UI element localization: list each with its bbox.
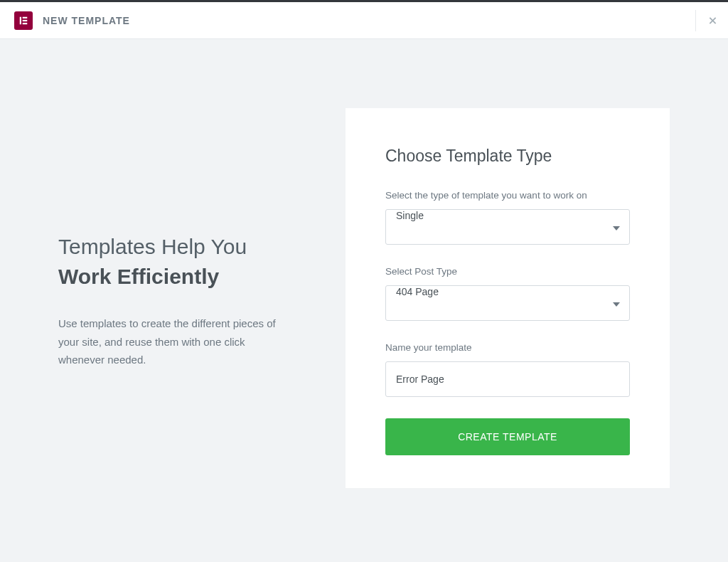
svg-rect-2 (23, 19, 28, 21)
modal-header: NEW TEMPLATE (0, 2, 728, 39)
svg-rect-1 (23, 16, 28, 18)
template-name-input[interactable] (385, 361, 630, 397)
svg-rect-3 (23, 23, 28, 24)
create-template-button[interactable]: CREATE TEMPLATE (385, 418, 630, 455)
modal-title: NEW TEMPLATE (43, 15, 130, 26)
close-icon (709, 15, 717, 26)
form-title: Choose Template Type (385, 147, 630, 166)
svg-rect-0 (20, 16, 21, 24)
post-type-select[interactable]: 404 Page (385, 285, 630, 321)
info-panel: Templates Help You Work Efficiently Use … (58, 232, 346, 369)
heading-line-2: Work Efficiently (58, 262, 317, 292)
form-panel: Choose Template Type Select the type of … (346, 108, 670, 488)
template-type-label: Select the type of template you want to … (385, 190, 630, 201)
template-type-select[interactable]: Single (385, 209, 630, 245)
template-name-label: Name your template (385, 342, 630, 353)
info-description: Use templates to create the different pi… (58, 314, 286, 369)
heading-line-1: Templates Help You (58, 232, 317, 262)
main-content: Templates Help You Work Efficiently Use … (0, 39, 728, 562)
close-button[interactable] (695, 10, 717, 31)
elementor-logo-icon (14, 11, 33, 30)
post-type-label: Select Post Type (385, 266, 630, 277)
